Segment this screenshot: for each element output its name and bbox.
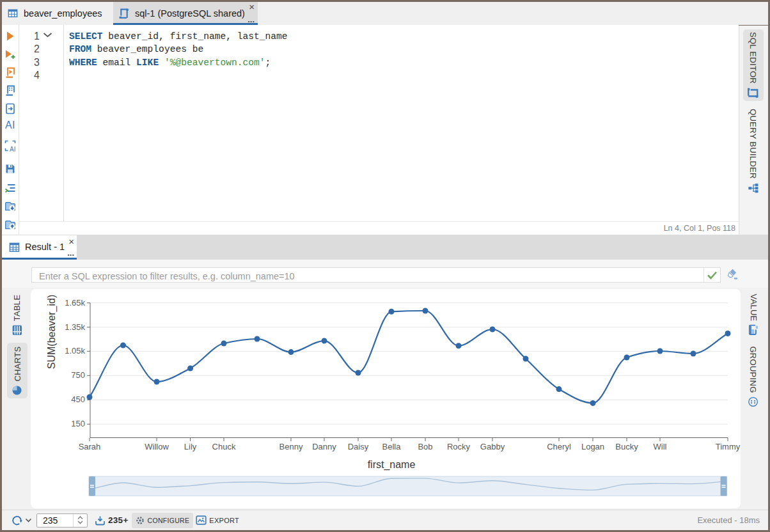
svg-text:Bucky: Bucky: [615, 442, 638, 451]
svg-text:150: 150: [71, 419, 85, 428]
svg-text:Benny: Benny: [279, 442, 303, 451]
svg-text:Bella: Bella: [382, 442, 402, 451]
svg-text:AI: AI: [10, 146, 15, 152]
svg-text:Danny: Danny: [312, 442, 336, 451]
svg-text:1.65k: 1.65k: [65, 298, 85, 308]
svg-text:Lily: Lily: [184, 442, 197, 451]
svg-text:first_name: first_name: [368, 459, 416, 471]
svg-text:Will: Will: [654, 442, 667, 451]
svg-text:1.35k: 1.35k: [65, 322, 85, 332]
svg-text:Bob: Bob: [418, 442, 432, 451]
svg-text:Logan: Logan: [581, 442, 604, 451]
svg-text:Willow: Willow: [145, 442, 169, 451]
svg-text:Sarah: Sarah: [79, 442, 101, 451]
svg-text:1.05k: 1.05k: [65, 346, 85, 356]
svg-text:Daisy: Daisy: [348, 442, 369, 451]
svg-text:Rocky: Rocky: [447, 442, 471, 451]
svg-text:Gabby: Gabby: [480, 442, 505, 451]
svg-text:Timmy: Timmy: [716, 442, 741, 451]
svg-text:Cheryl: Cheryl: [547, 442, 571, 451]
svg-text:SUM(beaver_id): SUM(beaver_id): [46, 295, 58, 369]
svg-text:750: 750: [71, 370, 85, 380]
svg-text:450: 450: [71, 395, 85, 404]
svg-text:Chuck: Chuck: [212, 442, 236, 451]
